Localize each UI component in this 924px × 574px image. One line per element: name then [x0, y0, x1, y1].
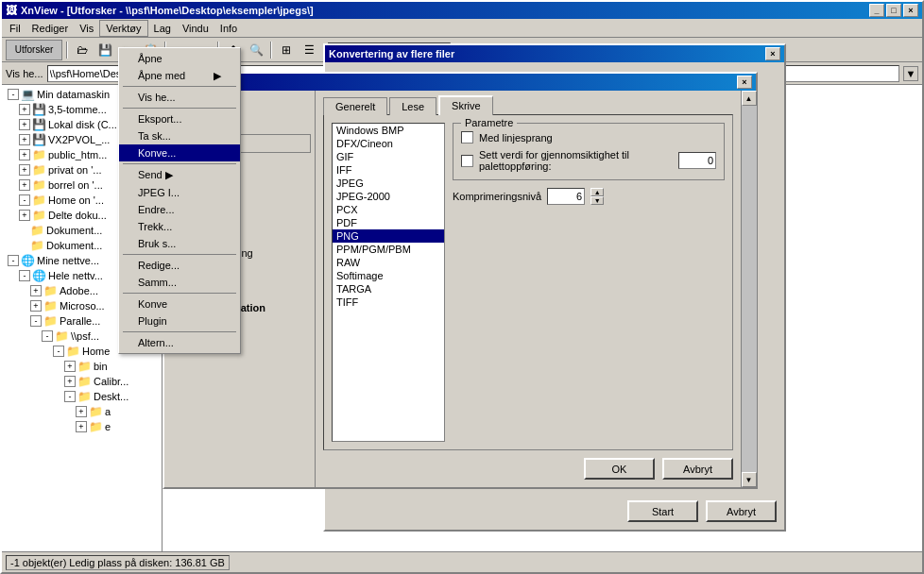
expand-icon[interactable]: + — [19, 119, 30, 130]
menu-bruk[interactable]: Bruk s... — [119, 235, 240, 252]
dialog-alternativer: Alternativer × Generelt Tastatur/Mus Rea… — [163, 72, 758, 489]
scroll-track[interactable] — [742, 106, 757, 472]
menu-vis[interactable]: Vis — [74, 21, 99, 36]
menu-redige[interactable]: Redige... — [119, 257, 240, 274]
toolbar-btn-1[interactable]: 🗁 — [72, 40, 93, 60]
spin-down-btn[interactable]: ▼ — [590, 196, 604, 205]
menu-info[interactable]: Info — [214, 21, 243, 36]
sidebar-item-bin[interactable]: + 📁 bin — [4, 359, 160, 374]
expand-icon[interactable]: + — [19, 104, 30, 115]
menu-jpeg[interactable]: JPEG I... — [119, 184, 240, 201]
sidebar-item-desktop[interactable]: - 📁 Deskt... — [4, 389, 160, 404]
checkbox-gjennomsikt[interactable] — [461, 155, 473, 167]
format-list: Windows BMP DFX/Cineon GIF IFF JPEG JPEG… — [332, 123, 445, 442]
expand-icon[interactable]: + — [19, 164, 30, 176]
menu-endre[interactable]: Endre... — [119, 201, 240, 218]
folder-icon: 📁 — [77, 360, 92, 373]
spin-up-btn[interactable]: ▲ — [590, 188, 604, 196]
dialog-alt-close[interactable]: × — [737, 76, 752, 89]
format-item-gif[interactable]: GIF — [333, 150, 444, 163]
dialog-konv-close[interactable]: × — [765, 47, 780, 60]
menu-plugin[interactable]: Plugin — [119, 312, 240, 329]
format-item-jpeg[interactable]: JPEG — [333, 177, 444, 190]
menu-fil[interactable]: Fil — [4, 21, 26, 36]
menu-verktoy[interactable]: Verktøy — [99, 20, 147, 37]
expand-icon[interactable]: + — [30, 285, 42, 296]
kompr-label: Komprimeringsnivå — [453, 191, 541, 202]
menu-rediger[interactable]: Rediger — [26, 21, 75, 36]
toolbar-btn-8[interactable]: 🔍 — [246, 40, 266, 60]
address-dropdown-btn[interactable]: ▼ — [903, 66, 918, 81]
format-item-iff[interactable]: IFF — [333, 163, 444, 177]
menu-lag[interactable]: Lag — [148, 21, 177, 36]
expand-icon[interactable]: - — [8, 89, 19, 100]
format-item-raw[interactable]: RAW — [333, 256, 444, 269]
maximize-button[interactable]: □ — [886, 4, 901, 17]
expand-icon[interactable]: - — [19, 270, 30, 281]
expand-icon[interactable]: + — [19, 149, 30, 160]
minimize-button[interactable]: _ — [869, 4, 884, 17]
expand-icon[interactable]: - — [19, 194, 30, 206]
expand-icon[interactable]: + — [19, 179, 30, 191]
sidebar-item-a[interactable]: + 📁 a — [4, 404, 160, 419]
close-button[interactable]: × — [903, 4, 918, 17]
sidebar-item-calibr[interactable]: + 📁 Calibr... — [4, 374, 160, 389]
folder-icon: 📁 — [43, 299, 58, 312]
expand-icon[interactable]: + — [76, 421, 87, 432]
menu-konve2[interactable]: Konve — [119, 295, 240, 312]
checkbox-linjesprang[interactable] — [461, 131, 473, 144]
sidebar-item-e[interactable]: + 📁 e — [4, 419, 160, 434]
expand-icon[interactable]: + — [30, 300, 42, 312]
menu-samm[interactable]: Samm... — [119, 274, 240, 291]
scroll-down-btn[interactable]: ▼ — [742, 472, 757, 487]
format-item-jpeg2000[interactable]: JPEG-2000 — [333, 190, 444, 203]
toolbar-btn-9[interactable]: ⊞ — [276, 40, 297, 60]
expand-icon[interactable]: + — [64, 361, 76, 372]
format-item-bmp[interactable]: Windows BMP — [333, 124, 444, 137]
expand-icon[interactable]: + — [76, 406, 87, 417]
toolbar-utforsker[interactable]: Utforsker — [6, 40, 62, 60]
format-item-targa[interactable]: TARGA — [333, 282, 444, 295]
toolbar-btn-2[interactable]: 💾 — [94, 40, 115, 60]
format-item-pdf[interactable]: PDF — [333, 216, 444, 229]
menu-vis-he[interactable]: Vis he... — [119, 89, 240, 106]
input-gjennomsikt[interactable] — [678, 152, 716, 169]
menu-trekk[interactable]: Trekk... — [119, 218, 240, 235]
expand-icon[interactable]: + — [19, 210, 30, 221]
menu-vindu[interactable]: Vindu — [177, 21, 214, 36]
ok-button[interactable]: OK — [584, 458, 655, 480]
tab-lese[interactable]: Lese — [389, 97, 436, 115]
expand-icon[interactable]: + — [64, 376, 76, 387]
expand-icon[interactable]: - — [8, 255, 19, 266]
expand-icon[interactable]: + — [19, 134, 30, 145]
app-icon: 🖼 — [6, 4, 17, 17]
format-item-ppm[interactable]: PPM/PGM/PBM — [333, 243, 444, 256]
format-item-png[interactable]: PNG — [333, 229, 444, 243]
tab-skrive[interactable]: Skrive — [438, 95, 493, 115]
expand-icon[interactable]: - — [64, 391, 76, 402]
format-item-dfx[interactable]: DFX/Cineon — [333, 137, 444, 150]
alt-avbryt-button[interactable]: Avbryt — [662, 458, 733, 480]
expand-icon[interactable]: - — [30, 315, 42, 327]
start-button[interactable]: Start — [627, 500, 698, 522]
format-item-tiff[interactable]: TIFF — [333, 295, 444, 309]
kompr-input[interactable] — [547, 188, 585, 205]
menu-ta-sk[interactable]: Ta sk... — [119, 127, 240, 144]
toolbar-btn-10[interactable]: ☰ — [299, 40, 319, 60]
menu-eksport[interactable]: Eksport... — [119, 110, 240, 127]
format-item-soft[interactable]: Softimage — [333, 269, 444, 282]
menu-apne[interactable]: Åpne — [119, 50, 240, 67]
expand-icon[interactable]: - — [53, 346, 64, 357]
tab-generelt[interactable]: Generelt — [323, 97, 387, 115]
avbryt-button[interactable]: Avbryt — [706, 500, 777, 522]
expand-icon[interactable]: - — [42, 330, 53, 342]
folder-icon: 📁 — [77, 375, 92, 388]
folder-icon: 📁 — [32, 178, 46, 192]
menu-altern[interactable]: Altern... — [119, 334, 240, 351]
menu-apne-med[interactable]: Åpne med ▶ — [119, 67, 240, 84]
menu-konve[interactable]: Konve... — [119, 144, 240, 161]
drive-icon: 💾 — [32, 133, 46, 146]
format-item-pcx[interactable]: PCX — [333, 203, 444, 216]
menu-send[interactable]: Send ▶ — [119, 166, 240, 184]
scroll-up-btn[interactable]: ▲ — [742, 91, 757, 106]
